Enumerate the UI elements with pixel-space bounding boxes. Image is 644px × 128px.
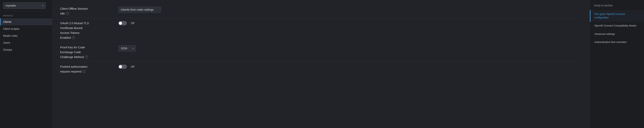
- manage-section-label: Manage: [0, 11, 52, 18]
- label-pkce-line2: Exchange Code: [60, 50, 114, 54]
- jump-item-label-oidc-compat: OpenID Connect Compatibility Modes: [594, 24, 637, 27]
- form-label-client-offline-session: Client Offline Session Idle ?: [60, 6, 118, 15]
- pkce-select-wrapper: S256 plain ▾: [118, 45, 136, 52]
- form-row-pkce: Proof Key for Code Exchange Code Challen…: [60, 43, 582, 62]
- oauth-mtls-toggle-label: Off: [131, 22, 134, 25]
- pushed-auth-toggle-label: Off: [131, 65, 134, 68]
- form-row-oauth-mtls: OAuth 2.0 Mutual TLS Certificate Bound A…: [60, 18, 582, 43]
- main-content: Client Offline Session Idle ? OAuth 2.0 …: [52, 0, 590, 128]
- client-offline-session-input[interactable]: [118, 6, 161, 13]
- sidebar-item-label-realm-roles: Realm roles: [3, 34, 18, 37]
- label-oauth-mtls-line2: Certificate Bound: [60, 26, 114, 30]
- toggle-thumb-pushed-auth: [119, 65, 122, 68]
- jump-item-label-auth-flow: Authentication flow overrides: [594, 41, 626, 44]
- form-control-oauth-mtls: Off: [118, 21, 582, 25]
- label-pushed-auth-line2: request required ?: [60, 69, 114, 73]
- sidebar-item-label-users: Users: [3, 41, 10, 44]
- label-oauth-mtls-line4: Enabled ?: [60, 36, 114, 40]
- form-label-oauth-mtls: OAuth 2.0 Mutual TLS Certificate Bound A…: [60, 21, 118, 40]
- sidebar-item-clients[interactable]: Clients: [0, 18, 52, 25]
- pushed-auth-toggle[interactable]: [118, 64, 127, 69]
- toggle-thumb-oauth-mtls: [119, 22, 122, 25]
- label-line-1: Client Offline Session: [60, 6, 114, 11]
- sidebar-item-label-clients: Clients: [3, 20, 12, 23]
- label-pkce-line3: Challenge Method ?: [60, 55, 114, 59]
- label-pushed-auth-line1: Pushed authorization: [60, 64, 114, 69]
- realm-selector: myrealm ▾: [0, 0, 52, 11]
- jump-item-oidc-compat[interactable]: OpenID Connect Compatibility Modes: [590, 22, 644, 30]
- jump-item-label-advanced-settings: Advanced settings: [594, 32, 615, 35]
- jump-panel: Jump to section Fine grain OpenID Connec…: [590, 0, 644, 128]
- settings-section: Client Offline Session Idle ? OAuth 2.0 …: [60, 0, 582, 76]
- chevron-down-icon: ▾: [42, 5, 43, 7]
- jump-item-auth-flow[interactable]: Authentication flow overrides: [590, 38, 644, 46]
- sidebar-item-groups[interactable]: Groups: [0, 46, 52, 53]
- form-label-pushed-auth: Pushed authorization request required ?: [60, 64, 118, 73]
- sidebar-item-label-client-scopes: Client scopes: [3, 27, 20, 30]
- jump-item-fine-grain[interactable]: Fine grain OpenID Connect configuration: [590, 10, 644, 22]
- sidebar: myrealm ▾ Manage Clients Client scopes R…: [0, 0, 52, 128]
- toggle-track-pushed-auth: [118, 64, 127, 69]
- help-icon-oauth-mtls[interactable]: ?: [72, 36, 75, 39]
- toggle-track-oauth-mtls: [118, 21, 127, 25]
- label-oauth-mtls-line1: OAuth 2.0 Mutual TLS: [60, 21, 114, 25]
- form-control-pkce: S256 plain ▾: [118, 45, 582, 52]
- pkce-select[interactable]: S256 plain: [118, 45, 136, 52]
- label-oauth-mtls-enabled: Enabled: [60, 36, 71, 40]
- label-line-2: Idle ?: [60, 11, 114, 15]
- form-label-pkce: Proof Key for Code Exchange Code Challen…: [60, 45, 118, 59]
- label-oauth-mtls-line3: Access Tokens: [60, 31, 114, 35]
- jump-panel-title: Jump to section: [590, 4, 644, 10]
- realm-name: myrealm: [6, 4, 16, 7]
- realm-dropdown[interactable]: myrealm ▾: [3, 2, 46, 9]
- form-row-pushed-auth: Pushed authorization request required ? …: [60, 62, 582, 76]
- sidebar-item-label-groups: Groups: [3, 48, 12, 51]
- form-row-client-offline-session: Client Offline Session Idle ?: [60, 4, 582, 18]
- help-icon-pushed-auth[interactable]: ?: [82, 70, 86, 73]
- help-icon-client-offline-session[interactable]: ?: [66, 12, 69, 15]
- jump-item-label-fine-grain: Fine grain OpenID Connect configuration: [594, 12, 625, 19]
- label-pkce-line1: Proof Key for Code: [60, 45, 114, 49]
- sidebar-item-users[interactable]: Users: [0, 39, 52, 46]
- label-pkce-challenge-method: Challenge Method: [60, 55, 84, 59]
- help-icon-pkce[interactable]: ?: [85, 56, 88, 59]
- label-text-idle: Idle: [60, 11, 65, 15]
- jump-item-advanced-settings[interactable]: Advanced settings: [590, 30, 644, 38]
- sidebar-item-client-scopes[interactable]: Client scopes: [0, 25, 52, 32]
- oauth-mtls-toggle[interactable]: [118, 21, 127, 25]
- form-control-pushed-auth: Off: [118, 64, 582, 69]
- label-pushed-auth-request-required: request required: [60, 69, 81, 73]
- sidebar-item-realm-roles[interactable]: Realm roles: [0, 32, 52, 39]
- label-text-client-offline-session: Client Offline Session: [60, 6, 88, 11]
- form-control-client-offline-session: [118, 6, 582, 13]
